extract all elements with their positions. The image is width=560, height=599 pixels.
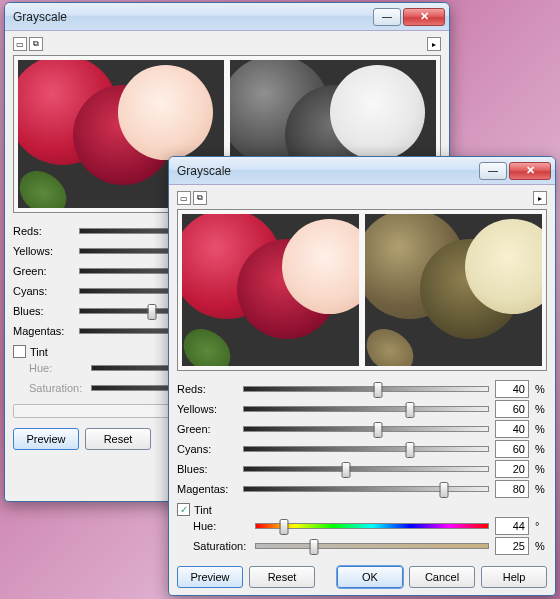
tint-checkbox[interactable]: ✓ — [177, 503, 190, 516]
blues-unit: % — [535, 463, 547, 475]
hue-input[interactable]: 44 — [495, 517, 529, 535]
saturation-label: Saturation: — [193, 540, 249, 552]
cyans-label: Cyans: — [13, 285, 73, 297]
hue-unit: ° — [535, 520, 547, 532]
hue-label: Hue: — [193, 520, 249, 532]
cyans-unit: % — [535, 443, 547, 455]
ok-button[interactable]: OK — [337, 566, 403, 588]
button-bar: Preview Reset OK Cancel Help — [177, 566, 547, 588]
reds-label: Reds: — [13, 225, 73, 237]
magentas-row: Magentas: 80 % — [177, 479, 547, 499]
yellows-label: Yellows: — [13, 245, 73, 257]
preview-split-icon[interactable]: ⧉ — [193, 191, 207, 205]
blues-slider[interactable] — [243, 466, 489, 472]
tint-label: Tint — [30, 346, 48, 358]
yellows-label: Yellows: — [177, 403, 237, 415]
saturation-input[interactable]: 25 — [495, 537, 529, 555]
blues-label: Blues: — [177, 463, 237, 475]
reds-input[interactable]: 40 — [495, 380, 529, 398]
hue-label: Hue: — [29, 362, 85, 374]
blues-input[interactable]: 20 — [495, 460, 529, 478]
magentas-input[interactable]: 80 — [495, 480, 529, 498]
preview-toolbar: ▭ ⧉ ▸ — [13, 37, 441, 51]
preview-single-icon[interactable]: ▭ — [13, 37, 27, 51]
reds-label: Reds: — [177, 383, 237, 395]
window-title: Grayscale — [13, 10, 373, 24]
green-input[interactable]: 40 — [495, 420, 529, 438]
blues-row: Blues: 20 % — [177, 459, 547, 479]
green-row: Green: 40 % — [177, 419, 547, 439]
preview-button[interactable]: Preview — [177, 566, 243, 588]
magentas-slider[interactable] — [243, 486, 489, 492]
cyans-input[interactable]: 60 — [495, 440, 529, 458]
reds-unit: % — [535, 383, 547, 395]
preview-after[interactable] — [365, 214, 542, 366]
preview-button[interactable]: Preview — [13, 428, 79, 450]
preview-area — [177, 209, 547, 371]
green-label: Green: — [177, 423, 237, 435]
window-title: Grayscale — [177, 164, 479, 178]
close-button[interactable]: ✕ — [509, 162, 551, 180]
magentas-label: Magentas: — [13, 325, 73, 337]
magentas-unit: % — [535, 483, 547, 495]
minimize-button[interactable]: — — [479, 162, 507, 180]
yellows-unit: % — [535, 403, 547, 415]
channel-sliders: Reds: 40 % Yellows: 60 % Green: 40 % Cya… — [177, 379, 547, 499]
grayscale-window-front: Grayscale — ✕ ▭ ⧉ ▸ Reds: 40 — [168, 156, 556, 596]
window-controls: — ✕ — [373, 8, 445, 26]
cyans-label: Cyans: — [177, 443, 237, 455]
tint-checkbox[interactable] — [13, 345, 26, 358]
green-slider[interactable] — [243, 426, 489, 432]
blues-label: Blues: — [13, 305, 73, 317]
yellows-input[interactable]: 60 — [495, 400, 529, 418]
preview-menu-icon[interactable]: ▸ — [533, 191, 547, 205]
green-unit: % — [535, 423, 547, 435]
saturation-slider[interactable] — [255, 543, 489, 549]
help-button[interactable]: Help — [481, 566, 547, 588]
hue-row: Hue: 44 ° — [177, 516, 547, 536]
window-controls: — ✕ — [479, 162, 551, 180]
saturation-label: Saturation: — [29, 382, 85, 394]
preview-single-icon[interactable]: ▭ — [177, 191, 191, 205]
titlebar[interactable]: Grayscale — ✕ — [5, 3, 449, 31]
close-button[interactable]: ✕ — [403, 8, 445, 26]
yellows-slider[interactable] — [243, 406, 489, 412]
saturation-row: Saturation: 25 % — [177, 536, 547, 556]
reset-button[interactable]: Reset — [85, 428, 151, 450]
tint-row: ✓ Tint — [177, 503, 547, 516]
cancel-button[interactable]: Cancel — [409, 566, 475, 588]
reds-slider[interactable] — [243, 386, 489, 392]
cyans-row: Cyans: 60 % — [177, 439, 547, 459]
green-label: Green: — [13, 265, 73, 277]
reds-row: Reds: 40 % — [177, 379, 547, 399]
preview-before[interactable] — [182, 214, 359, 366]
magentas-label: Magentas: — [177, 483, 237, 495]
titlebar[interactable]: Grayscale — ✕ — [169, 157, 555, 185]
hue-slider[interactable] — [255, 523, 489, 529]
preview-split-icon[interactable]: ⧉ — [29, 37, 43, 51]
minimize-button[interactable]: — — [373, 8, 401, 26]
saturation-unit: % — [535, 540, 547, 552]
preview-toolbar: ▭ ⧉ ▸ — [177, 191, 547, 205]
tint-label: Tint — [194, 504, 212, 516]
preview-menu-icon[interactable]: ▸ — [427, 37, 441, 51]
yellows-row: Yellows: 60 % — [177, 399, 547, 419]
reset-button[interactable]: Reset — [249, 566, 315, 588]
cyans-slider[interactable] — [243, 446, 489, 452]
